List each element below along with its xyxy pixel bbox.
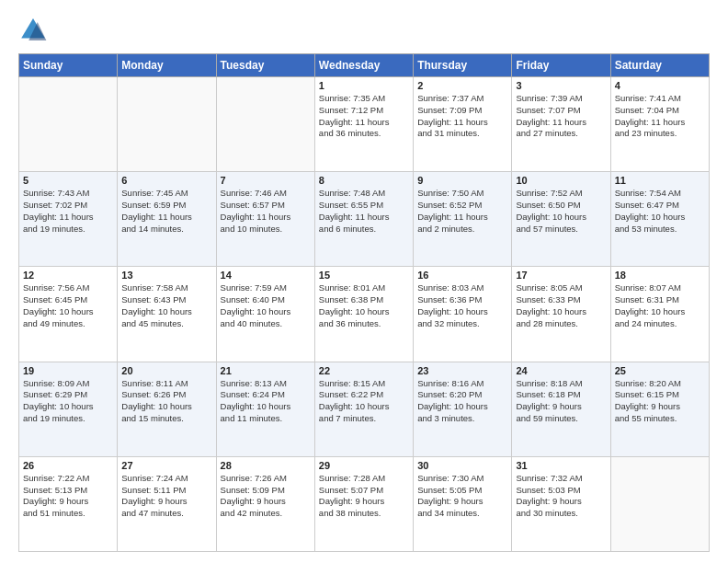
day-number: 26 [23,460,113,471]
day-info: Sunrise: 7:52 AM Sunset: 6:50 PM Dayligh… [516,188,606,235]
day-info: Sunrise: 8:11 AM Sunset: 6:26 PM Dayligh… [121,378,211,425]
day-number: 30 [417,460,507,471]
day-cell: 17Sunrise: 8:05 AM Sunset: 6:33 PM Dayli… [512,267,610,362]
day-info: Sunrise: 7:45 AM Sunset: 6:59 PM Dayligh… [121,188,211,235]
day-number: 13 [121,270,211,281]
day-number: 9 [417,175,507,186]
day-cell: 5Sunrise: 7:43 AM Sunset: 7:02 PM Daylig… [19,172,118,267]
day-info: Sunrise: 8:01 AM Sunset: 6:38 PM Dayligh… [319,282,409,329]
day-number: 27 [121,460,211,471]
day-cell: 1Sunrise: 7:35 AM Sunset: 7:12 PM Daylig… [314,77,413,172]
week-row-2: 5Sunrise: 7:43 AM Sunset: 7:02 PM Daylig… [19,172,710,267]
day-number: 19 [23,365,113,376]
day-cell: 2Sunrise: 7:37 AM Sunset: 7:09 PM Daylig… [414,77,512,172]
day-info: Sunrise: 7:50 AM Sunset: 6:52 PM Dayligh… [417,188,507,235]
day-info: Sunrise: 8:16 AM Sunset: 6:20 PM Dayligh… [417,378,507,425]
day-cell: 11Sunrise: 7:54 AM Sunset: 6:47 PM Dayli… [610,172,709,267]
day-cell: 21Sunrise: 8:13 AM Sunset: 6:24 PM Dayli… [216,362,314,456]
day-number: 17 [516,270,606,281]
day-info: Sunrise: 8:13 AM Sunset: 6:24 PM Dayligh… [221,378,311,425]
day-info: Sunrise: 8:03 AM Sunset: 6:36 PM Dayligh… [417,282,507,329]
day-cell: 6Sunrise: 7:45 AM Sunset: 6:59 PM Daylig… [118,172,216,267]
day-number: 2 [417,80,507,91]
day-info: Sunrise: 7:37 AM Sunset: 7:09 PM Dayligh… [417,93,507,140]
day-info: Sunrise: 7:28 AM Sunset: 5:07 PM Dayligh… [319,473,409,520]
day-info: Sunrise: 8:20 AM Sunset: 6:15 PM Dayligh… [615,378,705,425]
day-cell: 28Sunrise: 7:26 AM Sunset: 5:09 PM Dayli… [216,456,314,551]
day-info: Sunrise: 7:59 AM Sunset: 6:40 PM Dayligh… [221,282,311,329]
day-number: 29 [319,460,409,471]
day-cell: 20Sunrise: 8:11 AM Sunset: 6:26 PM Dayli… [118,362,216,456]
day-cell [118,77,216,172]
day-cell [610,456,709,551]
day-number: 1 [319,80,409,91]
day-info: Sunrise: 8:18 AM Sunset: 6:18 PM Dayligh… [516,378,606,425]
week-row-5: 26Sunrise: 7:22 AM Sunset: 5:13 PM Dayli… [19,456,710,551]
day-number: 25 [615,365,705,376]
day-cell: 7Sunrise: 7:46 AM Sunset: 6:57 PM Daylig… [216,172,314,267]
weekday-sunday: Sunday [19,54,118,77]
day-number: 22 [319,365,409,376]
day-info: Sunrise: 7:24 AM Sunset: 5:11 PM Dayligh… [121,473,211,520]
weekday-header-row: SundayMondayTuesdayWednesdayThursdayFrid… [19,54,710,77]
day-cell [216,77,314,172]
weekday-saturday: Saturday [610,54,709,77]
day-cell: 13Sunrise: 7:58 AM Sunset: 6:43 PM Dayli… [118,267,216,362]
logo-icon [18,15,48,44]
day-info: Sunrise: 7:43 AM Sunset: 7:02 PM Dayligh… [23,188,113,235]
day-number: 15 [319,270,409,281]
week-row-3: 12Sunrise: 7:56 AM Sunset: 6:45 PM Dayli… [19,267,710,362]
day-cell: 24Sunrise: 8:18 AM Sunset: 6:18 PM Dayli… [512,362,610,456]
day-cell: 18Sunrise: 8:07 AM Sunset: 6:31 PM Dayli… [610,267,709,362]
day-info: Sunrise: 7:30 AM Sunset: 5:05 PM Dayligh… [417,473,507,520]
day-number: 5 [23,175,113,186]
day-number: 16 [417,270,507,281]
day-number: 18 [615,270,705,281]
day-cell: 8Sunrise: 7:48 AM Sunset: 6:55 PM Daylig… [314,172,413,267]
day-cell: 4Sunrise: 7:41 AM Sunset: 7:04 PM Daylig… [610,77,709,172]
day-number: 23 [417,365,507,376]
day-info: Sunrise: 7:56 AM Sunset: 6:45 PM Dayligh… [23,282,113,329]
day-number: 20 [121,365,211,376]
day-info: Sunrise: 7:48 AM Sunset: 6:55 PM Dayligh… [319,188,409,235]
page: SundayMondayTuesdayWednesdayThursdayFrid… [0,0,728,563]
week-row-1: 1Sunrise: 7:35 AM Sunset: 7:12 PM Daylig… [19,77,710,172]
weekday-wednesday: Wednesday [314,54,413,77]
day-info: Sunrise: 8:09 AM Sunset: 6:29 PM Dayligh… [23,378,113,425]
week-row-4: 19Sunrise: 8:09 AM Sunset: 6:29 PM Dayli… [19,362,710,456]
logo [18,15,51,44]
day-number: 4 [615,80,705,91]
header [18,15,710,44]
day-number: 8 [319,175,409,186]
day-info: Sunrise: 8:15 AM Sunset: 6:22 PM Dayligh… [319,378,409,425]
day-info: Sunrise: 7:22 AM Sunset: 5:13 PM Dayligh… [23,473,113,520]
weekday-friday: Friday [512,54,610,77]
day-number: 10 [516,175,606,186]
day-cell: 29Sunrise: 7:28 AM Sunset: 5:07 PM Dayli… [314,456,413,551]
day-cell: 3Sunrise: 7:39 AM Sunset: 7:07 PM Daylig… [512,77,610,172]
weekday-monday: Monday [118,54,216,77]
day-cell: 25Sunrise: 8:20 AM Sunset: 6:15 PM Dayli… [610,362,709,456]
day-number: 3 [516,80,606,91]
day-number: 6 [121,175,211,186]
day-info: Sunrise: 8:07 AM Sunset: 6:31 PM Dayligh… [615,282,705,329]
day-info: Sunrise: 7:58 AM Sunset: 6:43 PM Dayligh… [121,282,211,329]
day-cell: 14Sunrise: 7:59 AM Sunset: 6:40 PM Dayli… [216,267,314,362]
calendar-table: SundayMondayTuesdayWednesdayThursdayFrid… [18,53,710,552]
day-cell [19,77,118,172]
day-number: 12 [23,270,113,281]
day-cell: 12Sunrise: 7:56 AM Sunset: 6:45 PM Dayli… [19,267,118,362]
day-info: Sunrise: 7:46 AM Sunset: 6:57 PM Dayligh… [221,188,311,235]
day-cell: 26Sunrise: 7:22 AM Sunset: 5:13 PM Dayli… [19,456,118,551]
day-cell: 27Sunrise: 7:24 AM Sunset: 5:11 PM Dayli… [118,456,216,551]
weekday-thursday: Thursday [414,54,512,77]
day-cell: 15Sunrise: 8:01 AM Sunset: 6:38 PM Dayli… [314,267,413,362]
day-number: 7 [221,175,311,186]
day-number: 11 [615,175,705,186]
day-info: Sunrise: 7:41 AM Sunset: 7:04 PM Dayligh… [615,93,705,140]
day-number: 21 [221,365,311,376]
day-cell: 19Sunrise: 8:09 AM Sunset: 6:29 PM Dayli… [19,362,118,456]
day-cell: 9Sunrise: 7:50 AM Sunset: 6:52 PM Daylig… [414,172,512,267]
weekday-tuesday: Tuesday [216,54,314,77]
day-number: 14 [221,270,311,281]
